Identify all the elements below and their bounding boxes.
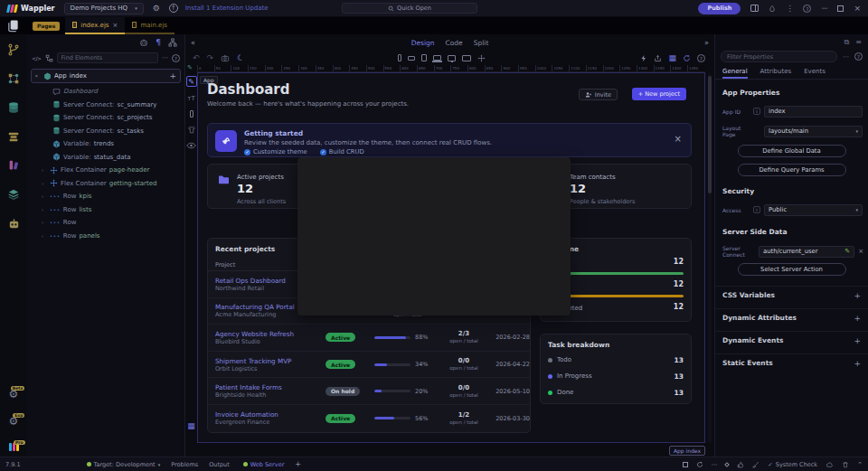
table-row[interactable]: Patient Intake FormsBrightside Health On… xyxy=(208,378,530,405)
beta-extensions-icon[interactable]: ⚙Beta xyxy=(9,389,19,400)
refresh-icon[interactable] xyxy=(683,54,691,62)
project-selector[interactable]: Demo Projects HQ▾ xyxy=(64,3,144,14)
lightning-icon[interactable] xyxy=(640,54,647,62)
wide-display-icon[interactable] xyxy=(462,55,471,61)
undo-icon[interactable]: ↶ xyxy=(193,53,200,62)
design-palette-icon[interactable] xyxy=(7,159,20,172)
layout-columns-icon[interactable] xyxy=(750,5,759,12)
help-icon[interactable]: ? xyxy=(697,54,705,62)
app-id-input[interactable] xyxy=(764,106,863,118)
diamond-icon[interactable] xyxy=(725,462,731,467)
collapse-right-icon[interactable]: » xyxy=(704,39,709,47)
section-static-events[interactable]: Static Events+ xyxy=(715,353,868,372)
tree-item-row[interactable]: › ••• Rowlists xyxy=(31,203,181,217)
tree-item-comment[interactable]: Dashboard xyxy=(31,85,181,99)
dismiss-banner-icon[interactable]: × xyxy=(675,134,682,144)
laptop-device-icon[interactable] xyxy=(433,55,441,61)
redo-icon[interactable]: ↷ xyxy=(207,53,214,62)
more-options-icon[interactable]: ⋯ xyxy=(843,53,849,61)
canvas-vertical-scrollbar[interactable] xyxy=(708,74,712,443)
edit-pencil-icon[interactable]: ✎ xyxy=(844,248,850,255)
find-elements-input[interactable] xyxy=(57,52,158,63)
target-selector[interactable]: Target: Development▾ xyxy=(84,461,161,468)
tree-item-flex-container[interactable]: › Flex Containerpage-header xyxy=(31,164,181,177)
tree-item-server-connect[interactable]: Server Connect:sc_tasks xyxy=(31,125,181,138)
collapse-up-icon[interactable]: ⌃ xyxy=(857,461,863,468)
help-icon[interactable]: ? xyxy=(172,54,180,62)
database-icon[interactable] xyxy=(7,101,20,114)
table-row[interactable]: Invoice AutomationEvergreen Finance Acti… xyxy=(208,405,530,432)
ai-assistant-icon[interactable] xyxy=(7,217,21,231)
help-icon[interactable]: ? xyxy=(854,52,863,61)
output-button[interactable]: Output xyxy=(209,461,230,468)
kebab-menu-icon[interactable]: ⋮ xyxy=(786,5,793,13)
help-icon[interactable]: ? xyxy=(803,5,811,13)
tablet-device-icon[interactable] xyxy=(421,54,427,61)
section-css-variables[interactable]: CSS Variables+ xyxy=(715,286,868,304)
extension-update-icon[interactable]: ↑ xyxy=(169,4,178,13)
more-options-icon[interactable]: ⋯ xyxy=(162,54,168,61)
new-project-button[interactable]: + New project xyxy=(632,88,686,100)
clear-icon[interactable]: × xyxy=(858,248,863,255)
tab-main-ejs[interactable]: main.ejs xyxy=(125,17,175,34)
refresh-icon[interactable] xyxy=(696,461,703,468)
expand-plus-icon[interactable]: + xyxy=(854,314,861,323)
sitemap-icon[interactable] xyxy=(168,38,177,47)
theme-droplet-icon[interactable] xyxy=(769,5,776,13)
chevron-right-icon[interactable]: › xyxy=(42,167,47,173)
maximize-button[interactable] xyxy=(837,5,844,12)
define-query-params-button[interactable]: Define Query Params xyxy=(738,164,846,176)
view-tab-design[interactable]: Design xyxy=(411,39,435,47)
install-update-link[interactable]: Install 1 Extension Update xyxy=(185,5,269,12)
paragraph-format-icon[interactable]: ¶ xyxy=(156,38,161,47)
view-tab-split[interactable]: Split xyxy=(474,39,489,47)
code-view-icon[interactable]: </> xyxy=(32,55,42,61)
system-check-button[interactable]: ✓System Check xyxy=(768,461,817,468)
server-manager-icon[interactable] xyxy=(7,130,20,143)
tree-item-row[interactable]: › ••• Row xyxy=(31,216,181,230)
git-icon[interactable] xyxy=(7,43,20,56)
screenshot-camera-icon[interactable] xyxy=(221,54,230,62)
ai-helper-icon[interactable] xyxy=(139,38,148,47)
server-connect-value[interactable]: auth/current_user✎ xyxy=(759,246,854,258)
trash-icon[interactable] xyxy=(842,461,849,468)
view-tab-code[interactable]: Code xyxy=(446,39,463,47)
tree-view-icon[interactable] xyxy=(45,54,53,62)
tree-item-row[interactable]: › ••• Rowpanels xyxy=(31,230,181,243)
close-button[interactable]: × xyxy=(854,4,861,13)
edit-element-tool-icon[interactable]: ✎ xyxy=(186,76,197,87)
text-size-tool-icon[interactable]: тT xyxy=(187,95,194,102)
phone-landscape-icon[interactable] xyxy=(408,56,415,61)
table-row[interactable]: Agency Website RefreshBluebird Studio Ac… xyxy=(208,325,530,352)
expand-plus-icon[interactable]: + xyxy=(854,291,861,300)
define-global-data-button[interactable]: Define Global Data xyxy=(738,145,846,157)
close-tab-icon[interactable]: × xyxy=(113,22,118,29)
tab-index-ejs[interactable]: index.ejs× xyxy=(65,17,125,34)
panel-menu-icon[interactable]: ≡ xyxy=(855,38,862,46)
add-target-button[interactable]: + xyxy=(295,460,301,468)
tree-item-variable[interactable]: Variable:trends xyxy=(31,137,181,151)
chevron-right-icon[interactable]: › xyxy=(42,233,47,239)
pages-panel-icon[interactable] xyxy=(6,19,20,33)
chevron-right-icon[interactable]: › xyxy=(42,220,47,225)
tree-item-flex-container[interactable]: › Flex Containergetting-started xyxy=(31,177,181,191)
tree-item-row[interactable]: › ••• Rowkpis xyxy=(31,190,181,203)
device-tool-icon[interactable] xyxy=(190,110,193,118)
tree-item-server-connect[interactable]: Server Connect:sc_summary xyxy=(31,99,181,112)
invite-button[interactable]: Invite xyxy=(579,89,618,100)
table-row[interactable]: Shipment Tracking MVPOrbit Logistics Act… xyxy=(208,352,530,379)
publish-button[interactable]: Publish xyxy=(698,3,741,14)
apps-grid-icon[interactable]: ▦ xyxy=(187,421,195,430)
tree-item-variable[interactable]: Variable:status_data xyxy=(31,151,181,165)
layers-icon[interactable] xyxy=(7,188,20,201)
dark-mode-moon-icon[interactable]: ☾ xyxy=(236,52,245,63)
chevron-right-icon[interactable]: › xyxy=(42,207,47,212)
tab-attributes[interactable]: Attributes xyxy=(760,68,792,79)
experimental-settings-icon[interactable]: ⚙Exp xyxy=(9,416,19,427)
expand-plus-icon[interactable]: + xyxy=(854,336,861,345)
chevron-right-icon[interactable]: › xyxy=(42,181,47,186)
grid-view-icon[interactable]: ▦ xyxy=(668,53,676,62)
expand-plus-icon[interactable]: + xyxy=(854,359,861,368)
add-element-button[interactable]: + xyxy=(169,71,176,80)
thumbs-up-icon[interactable] xyxy=(737,461,744,468)
